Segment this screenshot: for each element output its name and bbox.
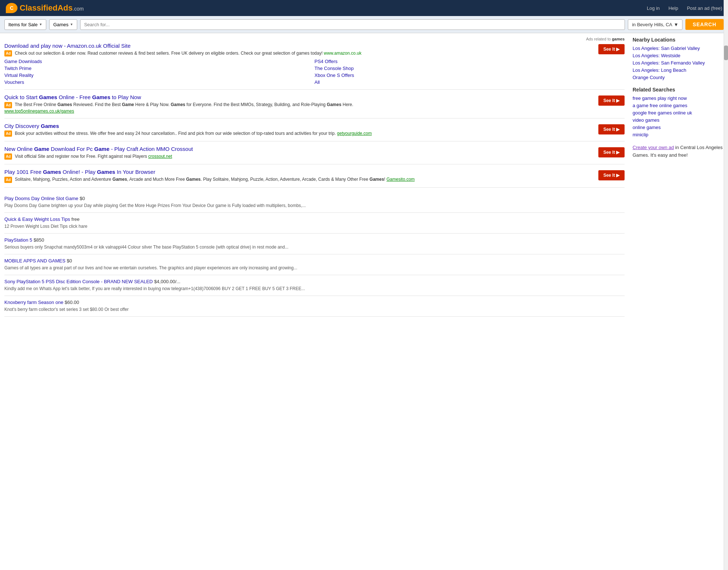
ad-url-3[interactable]: getyourguide.com	[337, 131, 371, 136]
create-ad-box: Create your own ad in Central Los Angele…	[633, 144, 724, 159]
listing-price-6: $60.00	[65, 300, 79, 305]
logo-icon: C	[6, 3, 17, 13]
sub-col-right: PS4 Offers The Console Shop Xbox One S O…	[315, 59, 625, 85]
nearby-link-2[interactable]: Los Angeles: San Fernando Valley	[633, 60, 724, 66]
sub-link-console-shop[interactable]: The Console Shop	[315, 66, 625, 71]
header-nav: Log in Help Post an ad (free)	[647, 5, 722, 11]
see-it-label-1: See It ▶	[603, 47, 619, 52]
ad-title-4[interactable]: New Online Game Download For Pc Game - P…	[4, 146, 625, 152]
ad-1001games: See It ▶ Play 1001 Free Games Online! - …	[4, 169, 625, 187]
listing-price-1: $0	[80, 196, 85, 201]
create-ad-link[interactable]: Create your own ad	[633, 145, 674, 150]
location-dropdown[interactable]: in Beverly Hills, CA ▼	[628, 19, 682, 30]
nearby-link-0[interactable]: Los Angeles: San Gabriel Valley	[633, 46, 724, 51]
sub-link-all[interactable]: All	[315, 79, 625, 85]
login-link[interactable]: Log in	[647, 5, 660, 11]
sub-link-game-downloads[interactable]: Game Downloads	[4, 59, 315, 64]
ad-tag-1: Ad	[4, 50, 12, 56]
listing-title-1[interactable]: Play Dooms Day Online Slot Game	[4, 196, 78, 201]
chevron-down-icon: ▼	[70, 23, 73, 26]
see-it-button-5[interactable]: See It ▶	[598, 170, 625, 180]
nearby-title: Nearby Locations	[633, 37, 724, 43]
sub-link-virtual-reality[interactable]: Virtual Reality	[4, 73, 315, 78]
logo-classified: Classified	[20, 3, 58, 12]
ad-tag-3: Ad	[4, 130, 12, 137]
scrollbar-track[interactable]	[724, 0, 728, 320]
listing-desc-3: Serious buyers only Snapchat mandy5003m4…	[4, 244, 625, 250]
ad-url-2[interactable]: www.top5onlinegames.co.uk/games	[4, 109, 74, 114]
category1-dropdown[interactable]: Items for Sale ▼	[4, 19, 46, 30]
search-button[interactable]: SEARCH	[685, 19, 724, 30]
related-link-5[interactable]: miniclip	[633, 132, 724, 137]
ad-tag-5: Ad	[4, 177, 12, 183]
sub-link-ps4-offers[interactable]: PS4 Offers	[315, 59, 625, 64]
see-it-button-3[interactable]: See It ▶	[598, 124, 625, 134]
ad-amazon: See It ▶ Download and play now - Amazon.…	[4, 43, 625, 90]
listing-desc-5: Kindly add me on Whats App let's talk be…	[4, 285, 625, 292]
nearby-link-3[interactable]: Los Angeles: Long Beach	[633, 67, 724, 73]
ad-title-1[interactable]: Download and play now - Amazon.co.uk Off…	[4, 43, 625, 49]
logo-dotcom: .com	[73, 6, 84, 12]
listing-price-5: $4,000.00/...	[154, 279, 180, 284]
see-it-label-5: See It ▶	[603, 173, 619, 178]
search-input[interactable]	[80, 19, 625, 30]
see-it-button-4[interactable]: See It ▶	[598, 147, 625, 157]
see-it-label-4: See It ▶	[603, 150, 619, 155]
help-link[interactable]: Help	[668, 5, 678, 11]
header: C ClassifiedAds.com Log in Help Post an …	[0, 0, 728, 16]
scrollbar-thumb[interactable]	[724, 46, 728, 60]
sub-link-xbox-offers[interactable]: Xbox One S Offers	[315, 73, 625, 78]
listing-title-5[interactable]: Sony PlayStation 5 PS5 Disc Edition Cons…	[4, 279, 153, 284]
sub-links-1: Game Downloads Twitch Prime Virtual Real…	[4, 59, 625, 85]
listing-title-3[interactable]: PlayStation 5	[4, 237, 32, 243]
related-link-3[interactable]: video games	[633, 117, 724, 123]
listing-desc-6: Knot's berry farm collector's set series…	[4, 306, 625, 313]
listing-6: Knoxberry farm Season one $60.00 Knot's …	[4, 296, 625, 317]
ad-url-5[interactable]: Gamesito.com	[386, 177, 414, 182]
nearby-link-4[interactable]: Orange County	[633, 75, 724, 80]
ad-body-3: Ad Book your activities without the stre…	[4, 130, 625, 137]
ad-title-2[interactable]: Quick to Start Games Online - Free Games…	[4, 94, 625, 100]
chevron-down-icon: ▼	[674, 22, 678, 27]
listing-title-6[interactable]: Knoxberry farm Season one	[4, 300, 63, 305]
sub-link-twitch-prime[interactable]: Twitch Prime	[4, 66, 315, 71]
listing-price-3: $850	[34, 237, 44, 243]
ad-city-discovery: See It ▶ City Discovery Games Ad Book yo…	[4, 123, 625, 141]
ads-label: Ads related to games	[4, 37, 625, 41]
related-searches-section: Related Searches free games play right n…	[633, 87, 724, 137]
nearby-link-1[interactable]: Los Angeles: Westside	[633, 53, 724, 58]
see-it-label-3: See It ▶	[603, 127, 619, 132]
ad-body-2: Ad The Best Free Online Games Reviewed. …	[4, 101, 625, 108]
ad-crossout: See It ▶ New Online Game Download For Pc…	[4, 146, 625, 164]
sidebar: Nearby Locations Los Angeles: San Gabrie…	[629, 37, 724, 317]
listing-title-4[interactable]: MOBILE APPS AND GAMES	[4, 258, 66, 263]
location-label: in Beverly Hills, CA	[632, 22, 672, 27]
category2-dropdown[interactable]: Games ▼	[49, 19, 77, 30]
logo-area: C ClassifiedAds.com	[6, 3, 84, 13]
listing-price-4: $0	[67, 258, 72, 263]
listing-5: Sony PlayStation 5 PS5 Disc Edition Cons…	[4, 275, 625, 296]
ad-body-5: Ad Solitaire, Mahjong, Puzzles, Action a…	[4, 176, 625, 183]
sub-col-left: Game Downloads Twitch Prime Virtual Real…	[4, 59, 315, 85]
main-content: Ads related to games See It ▶ Download a…	[0, 33, 728, 320]
related-link-1[interactable]: a game free online games	[633, 103, 724, 108]
related-link-4[interactable]: online games	[633, 125, 724, 130]
ad-body-4: Ad Visit official Site and register now …	[4, 153, 625, 160]
related-link-0[interactable]: free games play right now	[633, 95, 724, 101]
sub-link-vouchers[interactable]: Vouchers	[4, 79, 315, 85]
ad-title-5[interactable]: Play 1001 Free Games Online! - Play Game…	[4, 169, 625, 175]
listing-desc-4: Games of all types are a great part of o…	[4, 265, 625, 271]
category2-label: Games	[53, 22, 68, 27]
ad-quickstart: See It ▶ Quick to Start Games Online - F…	[4, 94, 625, 118]
nearby-locations-section: Nearby Locations Los Angeles: San Gabrie…	[633, 37, 724, 80]
logo-ads: Ads	[58, 3, 73, 12]
ad-body-1: Ad Check out our selection & order now. …	[4, 50, 625, 56]
post-ad-link[interactable]: Post an ad (free)	[687, 5, 722, 11]
see-it-button-1[interactable]: See It ▶	[598, 44, 625, 54]
ad-url-4[interactable]: crossout.net	[148, 154, 172, 159]
ads-keyword: games	[612, 37, 625, 41]
related-link-2[interactable]: google free games online uk	[633, 110, 724, 116]
see-it-button-2[interactable]: See It ▶	[598, 95, 625, 106]
ad-title-3[interactable]: City Discovery Games	[4, 123, 625, 129]
listing-title-2[interactable]: Quick & Easy Weight Loss Tips	[4, 216, 70, 222]
